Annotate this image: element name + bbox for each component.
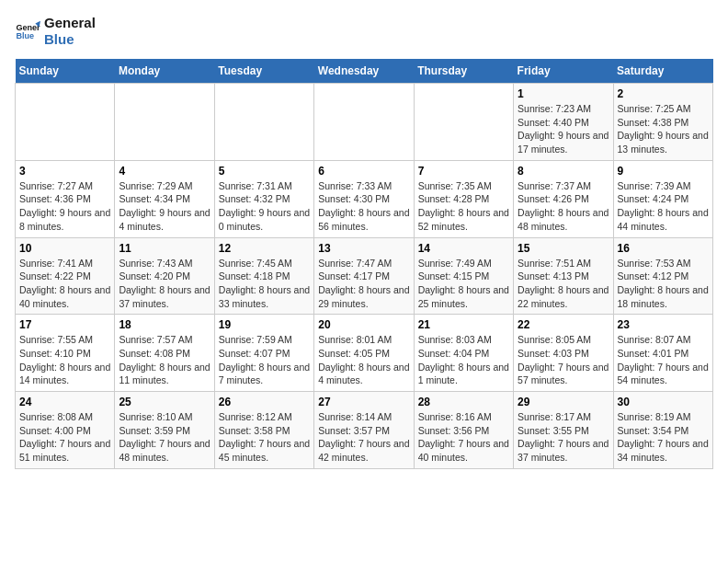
day-info: Sunrise: 7:59 AM Sunset: 4:07 PM Dayligh… <box>219 333 310 387</box>
calendar-cell: 7Sunrise: 7:35 AM Sunset: 4:28 PM Daylig… <box>414 160 513 237</box>
header-saturday: Saturday <box>613 59 712 84</box>
day-info: Sunrise: 8:17 AM Sunset: 3:55 PM Dayligh… <box>518 410 609 465</box>
day-number: 25 <box>119 396 210 408</box>
calendar-cell: 18Sunrise: 7:57 AM Sunset: 4:08 PM Dayli… <box>115 315 214 392</box>
day-info: Sunrise: 7:47 AM Sunset: 4:17 PM Dayligh… <box>318 257 409 311</box>
day-info: Sunrise: 8:01 AM Sunset: 4:05 PM Dayligh… <box>318 333 409 387</box>
logo-icon: General Blue <box>15 18 40 44</box>
svg-text:Blue: Blue <box>16 31 34 40</box>
day-number: 17 <box>19 318 110 331</box>
header-sunday: Sunday <box>16 59 115 84</box>
day-number: 4 <box>119 165 210 178</box>
day-info: Sunrise: 7:43 AM Sunset: 4:20 PM Dayligh… <box>119 257 210 311</box>
calendar-cell: 30Sunrise: 8:19 AM Sunset: 3:54 PM Dayli… <box>613 392 712 469</box>
calendar-cell: 9Sunrise: 7:39 AM Sunset: 4:24 PM Daylig… <box>613 160 712 237</box>
day-info: Sunrise: 8:16 AM Sunset: 3:56 PM Dayligh… <box>418 410 509 465</box>
day-number: 5 <box>219 165 310 178</box>
day-number: 24 <box>19 396 110 408</box>
day-number: 15 <box>518 242 609 255</box>
calendar-cell: 16Sunrise: 7:53 AM Sunset: 4:12 PM Dayli… <box>613 237 712 315</box>
day-info: Sunrise: 7:45 AM Sunset: 4:18 PM Dayligh… <box>219 257 310 311</box>
calendar-cell: 4Sunrise: 7:29 AM Sunset: 4:34 PM Daylig… <box>115 160 214 237</box>
day-number: 19 <box>219 318 310 331</box>
day-info: Sunrise: 7:31 AM Sunset: 4:32 PM Dayligh… <box>219 179 310 234</box>
calendar-cell <box>16 84 115 161</box>
logo: General Blue General Blue <box>15 15 96 48</box>
header-tuesday: Tuesday <box>214 59 313 84</box>
day-info: Sunrise: 8:05 AM Sunset: 4:03 PM Dayligh… <box>518 333 609 387</box>
day-info: Sunrise: 8:14 AM Sunset: 3:57 PM Dayligh… <box>318 410 409 465</box>
calendar-cell: 5Sunrise: 7:31 AM Sunset: 4:32 PM Daylig… <box>214 160 313 237</box>
calendar-cell <box>214 84 313 161</box>
calendar-cell: 10Sunrise: 7:41 AM Sunset: 4:22 PM Dayli… <box>16 237 115 315</box>
calendar-cell: 20Sunrise: 8:01 AM Sunset: 4:05 PM Dayli… <box>314 315 414 392</box>
logo-blue: Blue <box>44 31 96 48</box>
day-info: Sunrise: 8:10 AM Sunset: 3:59 PM Dayligh… <box>119 410 210 465</box>
calendar-cell <box>115 84 214 161</box>
day-number: 29 <box>518 396 609 408</box>
calendar-cell: 26Sunrise: 8:12 AM Sunset: 3:58 PM Dayli… <box>214 392 313 469</box>
day-info: Sunrise: 7:25 AM Sunset: 4:38 PM Dayligh… <box>618 102 709 156</box>
calendar-cell: 19Sunrise: 7:59 AM Sunset: 4:07 PM Dayli… <box>214 315 313 392</box>
calendar-cell: 17Sunrise: 7:55 AM Sunset: 4:10 PM Dayli… <box>16 315 115 392</box>
calendar-cell: 13Sunrise: 7:47 AM Sunset: 4:17 PM Dayli… <box>314 237 414 315</box>
day-number: 6 <box>318 165 409 178</box>
calendar-cell: 3Sunrise: 7:27 AM Sunset: 4:36 PM Daylig… <box>16 160 115 237</box>
day-info: Sunrise: 7:37 AM Sunset: 4:26 PM Dayligh… <box>518 179 609 234</box>
day-number: 22 <box>518 318 609 331</box>
day-number: 28 <box>418 396 509 408</box>
day-number: 14 <box>418 242 509 255</box>
day-number: 8 <box>518 165 609 178</box>
header-friday: Friday <box>514 59 613 84</box>
day-info: Sunrise: 7:55 AM Sunset: 4:10 PM Dayligh… <box>19 333 110 387</box>
logo-general: General <box>44 15 96 31</box>
day-number: 3 <box>19 165 110 178</box>
day-number: 11 <box>119 242 210 255</box>
header-monday: Monday <box>115 59 214 84</box>
calendar-week-row: 24Sunrise: 8:08 AM Sunset: 4:00 PM Dayli… <box>16 392 713 469</box>
day-number: 10 <box>19 242 110 255</box>
day-number: 9 <box>618 165 709 178</box>
calendar-cell: 29Sunrise: 8:17 AM Sunset: 3:55 PM Dayli… <box>514 392 613 469</box>
day-info: Sunrise: 8:08 AM Sunset: 4:00 PM Dayligh… <box>19 410 110 465</box>
calendar-week-row: 10Sunrise: 7:41 AM Sunset: 4:22 PM Dayli… <box>16 237 713 315</box>
day-info: Sunrise: 8:19 AM Sunset: 3:54 PM Dayligh… <box>618 410 709 465</box>
day-number: 20 <box>318 318 409 331</box>
calendar-cell: 28Sunrise: 8:16 AM Sunset: 3:56 PM Dayli… <box>414 392 513 469</box>
calendar-header-row: SundayMondayTuesdayWednesdayThursdayFrid… <box>16 59 713 84</box>
day-number: 27 <box>318 396 409 408</box>
header-thursday: Thursday <box>414 59 513 84</box>
header-wednesday: Wednesday <box>314 59 414 84</box>
day-info: Sunrise: 7:39 AM Sunset: 4:24 PM Dayligh… <box>618 179 709 234</box>
calendar-week-row: 1Sunrise: 7:23 AM Sunset: 4:40 PM Daylig… <box>16 84 713 161</box>
day-number: 13 <box>318 242 409 255</box>
calendar-cell: 11Sunrise: 7:43 AM Sunset: 4:20 PM Dayli… <box>115 237 214 315</box>
day-info: Sunrise: 7:41 AM Sunset: 4:22 PM Dayligh… <box>19 257 110 311</box>
day-number: 12 <box>219 242 310 255</box>
calendar-cell: 21Sunrise: 8:03 AM Sunset: 4:04 PM Dayli… <box>414 315 513 392</box>
day-info: Sunrise: 7:23 AM Sunset: 4:40 PM Dayligh… <box>518 102 609 156</box>
calendar-week-row: 17Sunrise: 7:55 AM Sunset: 4:10 PM Dayli… <box>16 315 713 392</box>
calendar-cell: 15Sunrise: 7:51 AM Sunset: 4:13 PM Dayli… <box>514 237 613 315</box>
day-info: Sunrise: 8:12 AM Sunset: 3:58 PM Dayligh… <box>219 410 310 465</box>
day-info: Sunrise: 7:33 AM Sunset: 4:30 PM Dayligh… <box>318 179 409 234</box>
calendar-cell <box>314 84 414 161</box>
calendar-cell <box>414 84 513 161</box>
day-number: 16 <box>618 242 709 255</box>
calendar-week-row: 3Sunrise: 7:27 AM Sunset: 4:36 PM Daylig… <box>16 160 713 237</box>
calendar-cell: 22Sunrise: 8:05 AM Sunset: 4:03 PM Dayli… <box>514 315 613 392</box>
day-number: 2 <box>618 87 709 100</box>
calendar-cell: 23Sunrise: 8:07 AM Sunset: 4:01 PM Dayli… <box>613 315 712 392</box>
day-info: Sunrise: 7:53 AM Sunset: 4:12 PM Dayligh… <box>618 257 709 311</box>
day-number: 23 <box>618 318 709 331</box>
day-info: Sunrise: 8:03 AM Sunset: 4:04 PM Dayligh… <box>418 333 509 387</box>
day-info: Sunrise: 7:57 AM Sunset: 4:08 PM Dayligh… <box>119 333 210 387</box>
calendar-cell: 1Sunrise: 7:23 AM Sunset: 4:40 PM Daylig… <box>514 84 613 161</box>
day-info: Sunrise: 7:35 AM Sunset: 4:28 PM Dayligh… <box>418 179 509 234</box>
day-info: Sunrise: 7:27 AM Sunset: 4:36 PM Dayligh… <box>19 179 110 234</box>
day-info: Sunrise: 7:49 AM Sunset: 4:15 PM Dayligh… <box>418 257 509 311</box>
calendar-cell: 8Sunrise: 7:37 AM Sunset: 4:26 PM Daylig… <box>514 160 613 237</box>
calendar-cell: 14Sunrise: 7:49 AM Sunset: 4:15 PM Dayli… <box>414 237 513 315</box>
calendar-cell: 12Sunrise: 7:45 AM Sunset: 4:18 PM Dayli… <box>214 237 313 315</box>
day-info: Sunrise: 7:29 AM Sunset: 4:34 PM Dayligh… <box>119 179 210 234</box>
